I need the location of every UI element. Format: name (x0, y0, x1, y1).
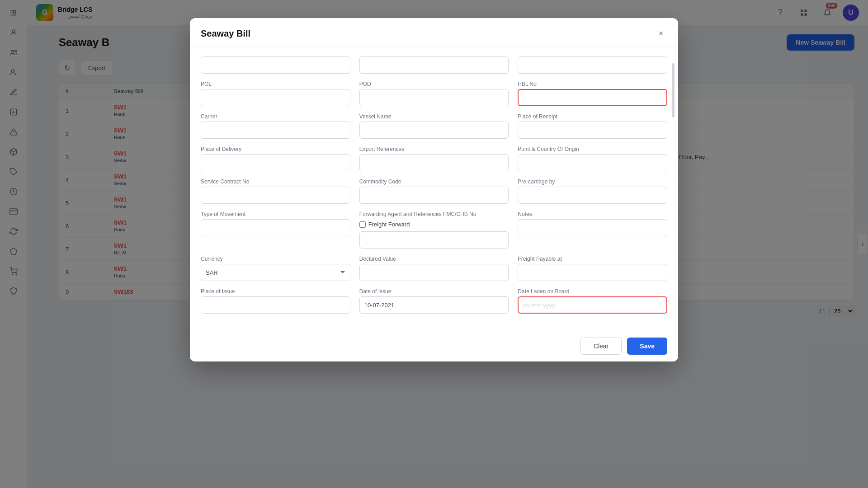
form-group-notes: Notes (518, 211, 667, 249)
hbl-label: HBL No (518, 81, 667, 87)
form-group-date-laden: Date Laden on Board (518, 288, 667, 314)
export-ref-input[interactable] (359, 154, 509, 171)
modal-footer: Clear Save (190, 330, 678, 361)
form-group-top1 (201, 56, 350, 74)
form-group-export-ref: Export References (359, 146, 509, 171)
declared-value-input[interactable] (359, 264, 509, 281)
clear-button[interactable]: Clear (580, 338, 622, 355)
origin-input[interactable] (518, 154, 667, 171)
carrier-label: Carrier (201, 113, 350, 120)
freight-forward-label: Freight Forward (368, 221, 410, 228)
freight-payable-input[interactable] (518, 264, 667, 281)
notes-input[interactable] (518, 219, 667, 236)
hbl-input[interactable] (518, 89, 667, 106)
save-button[interactable]: Save (627, 338, 667, 355)
form-group-freight-payable: Freight Payable at (518, 256, 667, 281)
origin-label: Point & Country Of Origin (518, 146, 667, 152)
place-receipt-label: Place of Receipt (518, 113, 667, 120)
form-group-pod: POD (359, 81, 509, 106)
pod-input[interactable] (359, 89, 509, 106)
place-receipt-input[interactable] (518, 122, 667, 139)
service-contract-label: Service Contract No (201, 178, 350, 185)
export-ref-label: Export References (359, 146, 509, 152)
form-group-currency: Currency SAR USD EUR (201, 256, 350, 281)
seaway-bill-modal: Seaway Bill × POL (190, 18, 678, 361)
pol-input[interactable] (201, 89, 350, 106)
form-group-hbl: HBL No (518, 81, 667, 106)
modal-title: Seaway Bill (201, 28, 250, 39)
declared-value-label: Declared Value (359, 256, 509, 262)
currency-label: Currency (201, 256, 350, 262)
vessel-input[interactable] (359, 122, 509, 139)
date-issue-input[interactable] (359, 296, 509, 314)
form-group-movement: Type of Movement (201, 211, 350, 249)
pre-carriage-label: Pre-carriage by (518, 178, 667, 185)
date-issue-label: Date of Issue (359, 288, 509, 295)
form-group-declared-value: Declared Value (359, 256, 509, 281)
carrier-input[interactable] (201, 122, 350, 139)
form-group-vessel: Vessel Name (359, 113, 509, 139)
forwarding-input[interactable] (359, 231, 509, 249)
top-input-2[interactable] (359, 56, 509, 74)
freight-forward-row: Freight Forward (359, 221, 509, 228)
pol-label: POL (201, 81, 350, 87)
form-group-pre-carriage: Pre-carriage by (518, 178, 667, 204)
freight-payable-label: Freight Payable at (518, 256, 667, 262)
pod-label: POD (359, 81, 509, 87)
currency-select[interactable]: SAR USD EUR (201, 264, 350, 281)
form-group-place-issue: Place of Issue (201, 288, 350, 314)
form-group-forwarding: Forwarding Agent and References FMC/CHB … (359, 211, 509, 249)
commodity-label: Commodity Code (359, 178, 509, 185)
form-group-service-contract: Service Contract No (201, 178, 350, 204)
delivery-label: Place of Delivery (201, 146, 350, 152)
modal-overlay: Seaway Bill × POL (0, 0, 868, 488)
date-laden-label: Date Laden on Board (518, 288, 667, 295)
form-group-top3 (518, 56, 667, 74)
modal-body: POL POD HBL No Carrier (190, 47, 678, 330)
form-group-pol: POL (201, 81, 350, 106)
modal-close-button[interactable]: × (655, 27, 667, 40)
form-group-place-receipt: Place of Receipt (518, 113, 667, 139)
form-group-carrier: Carrier (201, 113, 350, 139)
modal-header: Seaway Bill × (190, 18, 678, 47)
form-group-top2 (359, 56, 509, 74)
scroll-thumb (672, 63, 675, 117)
form-group-date-issue: Date of Issue (359, 288, 509, 314)
commodity-input[interactable] (359, 187, 509, 204)
service-contract-input[interactable] (201, 187, 350, 204)
date-laden-input[interactable] (518, 296, 667, 314)
movement-label: Type of Movement (201, 211, 350, 217)
movement-input[interactable] (201, 219, 350, 236)
top-input-1[interactable] (201, 56, 350, 74)
form-group-commodity: Commodity Code (359, 178, 509, 204)
pre-carriage-input[interactable] (518, 187, 667, 204)
notes-label: Notes (518, 211, 667, 217)
forwarding-label: Forwarding Agent and References FMC/CHB … (359, 211, 509, 217)
place-issue-label: Place of Issue (201, 288, 350, 295)
vessel-label: Vessel Name (359, 113, 509, 120)
delivery-input[interactable] (201, 154, 350, 171)
place-issue-input[interactable] (201, 296, 350, 314)
top-input-3[interactable] (518, 56, 667, 74)
form-group-delivery: Place of Delivery (201, 146, 350, 171)
form-group-origin: Point & Country Of Origin (518, 146, 667, 171)
freight-forward-checkbox[interactable] (359, 221, 366, 228)
